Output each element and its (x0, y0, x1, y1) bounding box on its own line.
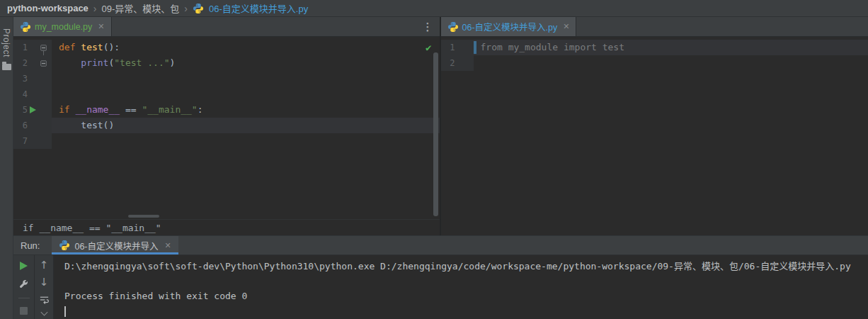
run-line-icon[interactable] (30, 106, 36, 113)
context-bar: if __name__ == "__main__" (13, 219, 440, 235)
chevron-right-icon: › (184, 3, 188, 14)
breadcrumb: python-workspace › 09-异常、模块、包 › 06-自定义模块… (0, 0, 868, 17)
left-editor-pane: my_module.py ✕ ⋮ ✔ 1def test():2 print("… (13, 17, 441, 235)
fold-marker-icon[interactable] (40, 60, 47, 67)
folder-icon[interactable] (2, 64, 11, 70)
code-text: print("test ...") (52, 55, 440, 71)
code-text (52, 86, 440, 102)
left-tabbar: my_module.py ✕ ⋮ (13, 17, 440, 37)
more-options-icon[interactable]: ⋮ (423, 21, 433, 32)
gutter: 2 (13, 55, 52, 71)
run-tab-label: 06-自定义模块并导入 (74, 239, 158, 252)
gutter: 6 (13, 118, 52, 133)
console-line (64, 274, 864, 289)
python-file-icon (193, 3, 204, 14)
code-text: if __name__ == "__main__": (52, 102, 440, 118)
console-line: D:\zhengqingya\soft\soft-dev\Python\Pyth… (64, 259, 864, 274)
code-text (52, 71, 440, 86)
gutter: 7 (13, 133, 52, 149)
toolbar-divider (18, 298, 30, 298)
pycharm-window: python-workspace › 09-异常、模块、包 › 06-自定义模块… (0, 0, 868, 319)
code-editor-my-module[interactable]: ✔ 1def test():2 print("test ...")345if _… (13, 37, 440, 219)
code-line: 3 (13, 71, 440, 86)
code-line: 6 test() (13, 118, 440, 133)
left-tool-strip: Project (0, 17, 13, 319)
chevron-right-icon: › (93, 3, 97, 14)
line-number: 7 (13, 133, 28, 149)
tab-my-module[interactable]: my_module.py ✕ (13, 17, 112, 36)
gutter: 3 (13, 71, 52, 86)
run-tab[interactable]: 06-自定义模块并导入 ✕ (52, 236, 178, 254)
run-label: Run: (21, 240, 40, 251)
code-text: def test(): (52, 40, 440, 55)
run-tool-window: Run: 06-自定义模块并导入 ✕ ↑ (13, 235, 868, 319)
breadcrumb-folder[interactable]: 09-异常、模块、包 (102, 1, 180, 15)
code-line: 1from my_module import test (441, 40, 868, 55)
line-number: 2 (13, 55, 28, 71)
gutter: 5 (13, 102, 52, 118)
inspections-ok-icon[interactable]: ✔ (426, 42, 431, 53)
right-editor-pane: 06-自定义模块并导入.py ✕ 1from my_module import … (441, 17, 868, 235)
context-text: if __name__ == "__main__" (23, 223, 161, 233)
code-editor-import-file[interactable]: 1from my_module import test2 (441, 37, 868, 235)
code-line: 2 print("test ...") (13, 55, 440, 71)
project-tool-button[interactable]: Project (1, 28, 11, 57)
rerun-icon[interactable] (20, 262, 28, 270)
gutter: 4 (13, 86, 52, 102)
tab-label: my_module.py (35, 22, 92, 32)
line-number: 5 (13, 102, 28, 118)
code-text (52, 133, 440, 149)
up-stacktrace-icon[interactable]: ↑ (40, 260, 49, 271)
text-cursor (64, 306, 66, 317)
vcs-change-marker[interactable] (474, 41, 476, 54)
scroll-to-end-icon[interactable] (39, 311, 50, 317)
line-number: 4 (13, 86, 28, 102)
breadcrumb-file[interactable]: 06-自定义模块并导入.py (209, 1, 308, 15)
vertical-scrollbar[interactable] (433, 52, 438, 216)
run-console[interactable]: D:\zhengqingya\soft\soft-dev\Python\Pyth… (54, 255, 868, 319)
run-header: Run: 06-自定义模块并导入 ✕ (13, 236, 868, 255)
down-stacktrace-icon[interactable]: ↓ (40, 277, 49, 288)
console-line: Process finished with exit code 0 (64, 289, 864, 303)
code-line: 2 (441, 55, 868, 71)
code-line: 4 (13, 86, 440, 102)
close-icon[interactable]: ✕ (98, 22, 104, 31)
breadcrumb-root[interactable]: python-workspace (7, 3, 88, 13)
fold-marker-icon[interactable] (40, 45, 47, 51)
code-line: 5if __name__ == "__main__": (13, 102, 440, 118)
tab-import-file[interactable]: 06-自定义模块并导入.py ✕ (441, 17, 577, 36)
python-file-icon (447, 21, 459, 33)
right-tabbar: 06-自定义模块并导入.py ✕ (441, 17, 868, 37)
gutter: 2 (441, 55, 474, 71)
code-line: 7 (13, 133, 440, 149)
code-text: test() (52, 118, 440, 133)
line-number: 1 (441, 40, 455, 55)
run-toolbar-main (13, 255, 35, 319)
line-number: 3 (13, 71, 28, 86)
run-toolbar-secondary: ↑ ↓ (35, 255, 54, 319)
tab-label: 06-自定义模块并导入.py (462, 20, 558, 33)
code-text (474, 55, 868, 71)
close-icon[interactable]: ✕ (165, 241, 171, 250)
line-number: 2 (441, 55, 455, 71)
gutter: 1 (13, 40, 52, 55)
line-number: 1 (13, 40, 28, 55)
horizontal-scrollbar[interactable] (128, 215, 159, 218)
soft-wrap-icon[interactable] (39, 294, 50, 305)
code-text: from my_module import test (474, 40, 868, 55)
settings-wrench-icon[interactable] (18, 279, 29, 289)
stop-icon[interactable] (20, 307, 28, 315)
python-file-icon (20, 21, 31, 33)
gutter: 1 (441, 40, 474, 55)
code-line: 1def test(): (13, 40, 440, 55)
line-number: 6 (13, 118, 28, 133)
python-file-icon (59, 240, 70, 251)
close-icon[interactable]: ✕ (563, 22, 569, 31)
